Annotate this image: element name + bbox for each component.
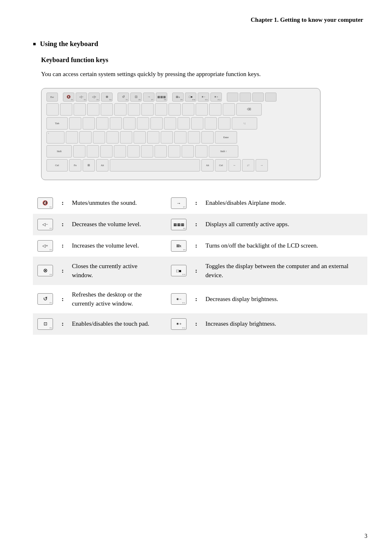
f4-icon: ⊗ F4: [37, 265, 53, 276]
f12-description: Increases display brightness.: [201, 313, 367, 335]
table-row: ⊗ F4 : Closes the currently active windo…: [33, 257, 367, 285]
colon-3: :: [58, 235, 68, 257]
page-number: 3: [364, 533, 367, 540]
chapter-title: Chapter 1. Getting to know your computer: [33, 16, 367, 23]
f10-description: Toggles the display between the computer…: [201, 257, 367, 285]
colon-2: :: [58, 214, 68, 235]
f4-description: Closes the currently active window.: [68, 257, 158, 285]
f2-description: Decreases the volume level.: [68, 214, 158, 235]
f10-icon: □■ F10: [171, 265, 187, 276]
f12-icon: ✶+ F12: [171, 318, 187, 330]
f7-description: Enables/disables Airplane mode.: [201, 192, 367, 214]
colon-4: :: [58, 257, 68, 285]
colon-4b: :: [191, 257, 201, 285]
f1-icon: 🔇 F1: [37, 197, 53, 209]
subsection-title: Keyboard function keys: [41, 56, 367, 64]
f8-icon: ▦▦▦ F8: [171, 219, 187, 230]
colon-6b: :: [191, 313, 201, 335]
colon-5b: :: [191, 285, 201, 313]
f6-icon: ⊡ F6: [37, 318, 53, 330]
f1-description: Mutes/unmutes the sound.: [68, 192, 158, 214]
table-row: ◁+ F3 : Increases the volume level. ⊠x F…: [33, 235, 367, 257]
colon-1: :: [58, 192, 68, 214]
colon-5: :: [58, 285, 68, 313]
f3-description: Increases the volume level.: [68, 235, 158, 257]
f11-description: Decreases display brightness.: [201, 285, 367, 313]
f5-icon: ↺ F5: [37, 293, 53, 305]
keyboard-illustration: Esc 🔇F1 ◁−F2 ◁+F3 ⊗F4 ↺F5 ⊡F6 →F7 ▦▦▦F8 …: [41, 88, 321, 180]
section-title: Using the keyboard: [33, 40, 367, 48]
table-row: 🔇 F1 : Mutes/unmutes the sound. → F7 : E…: [33, 192, 367, 214]
f9-icon: ⊠x F9: [171, 240, 187, 252]
colon-6: :: [58, 313, 68, 335]
f11-icon: ✶− F11: [171, 293, 187, 305]
f3-icon: ◁+ F3: [37, 240, 53, 252]
table-row: ↺ F5 : Refreshes the desktop or the curr…: [33, 285, 367, 313]
f5-description: Refreshes the desktop or the currently a…: [68, 285, 158, 313]
function-keys-table: 🔇 F1 : Mutes/unmutes the sound. → F7 : E…: [33, 192, 367, 335]
f8-description: Displays all currently active apps.: [201, 214, 367, 235]
f6-description: Enables/disables the touch pad.: [68, 313, 158, 335]
colon-3b: :: [191, 235, 201, 257]
table-row: ◁− F2 : Decreases the volume level. ▦▦▦ …: [33, 214, 367, 235]
intro-text: You can access certain system settings q…: [41, 70, 367, 79]
table-row: ⊡ F6 : Enables/disables the touch pad. ✶…: [33, 313, 367, 335]
colon-2b: :: [191, 214, 201, 235]
colon-1b: :: [191, 192, 201, 214]
f7-icon: → F7: [171, 197, 187, 209]
f2-icon: ◁− F2: [37, 219, 53, 230]
f9-description: Turns on/off the backlight of the LCD sc…: [201, 235, 367, 257]
